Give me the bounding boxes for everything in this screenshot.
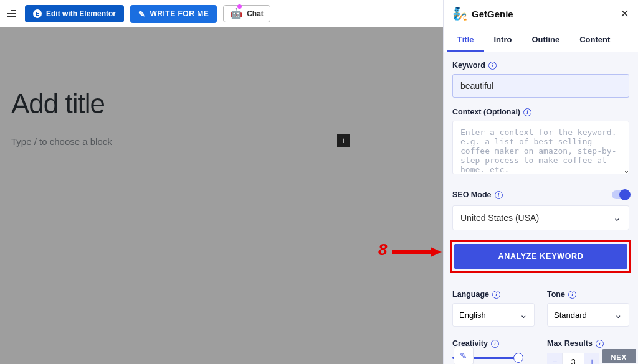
pen-icon: ✎	[138, 9, 146, 19]
title-placeholder: Add title	[11, 88, 105, 119]
tab-title[interactable]: Title	[447, 26, 484, 52]
seo-mode-toggle[interactable]	[612, 190, 629, 199]
getgenie-panel: 🧞 GetGenie ✕ Title Intro Outline Content…	[443, 0, 638, 364]
info-icon[interactable]: i	[492, 291, 500, 299]
context-textarea[interactable]	[452, 121, 629, 174]
panel-header: 🧞 GetGenie ✕	[444, 0, 638, 26]
chat-button[interactable]: 🤖 Chat	[223, 5, 270, 22]
info-icon[interactable]: i	[495, 191, 503, 199]
language-label: Language i	[452, 290, 535, 299]
increment-button[interactable]: +	[584, 353, 599, 364]
svg-marker-1	[431, 247, 442, 257]
tab-outline[interactable]: Outline	[521, 26, 569, 52]
tone-label: Tone i	[547, 290, 629, 299]
tone-select[interactable]: Standard ⌄	[547, 303, 629, 327]
info-icon[interactable]: i	[491, 340, 499, 348]
keyword-label: Keyword i	[452, 61, 629, 70]
context-label: Context (Optional) i	[452, 108, 629, 116]
max-results-label: Max Results i	[547, 339, 629, 348]
info-icon[interactable]: i	[596, 340, 604, 348]
brand: 🧞 GetGenie	[452, 6, 513, 21]
analyze-highlight: ANALYZE KEYWORD	[450, 240, 631, 273]
elementor-icon: E	[33, 9, 42, 18]
annotation-arrow-icon	[392, 247, 442, 257]
block-placeholder[interactable]: Type / to choose a block	[11, 136, 112, 147]
select-value: English	[459, 310, 486, 320]
edit-pen-button[interactable]: ✎	[454, 347, 474, 364]
editor-overlay: Add title Type / to choose a block +	[0, 27, 443, 364]
decrement-button[interactable]: −	[547, 353, 562, 364]
menu-icon[interactable]	[5, 6, 19, 21]
select-value: Standard	[554, 310, 587, 320]
chevron-down-icon: ⌄	[520, 309, 528, 320]
panel-body: Keyword i Context (Optional) i SEO Mode …	[444, 52, 638, 364]
analyze-keyword-button[interactable]: ANALYZE KEYWORD	[454, 244, 627, 269]
annotation-step-number: 8	[378, 240, 387, 259]
robot-icon: 🤖	[230, 9, 242, 19]
keyword-input[interactable]	[452, 74, 629, 98]
add-block-button[interactable]: +	[337, 134, 350, 147]
chevron-down-icon: ⌄	[614, 309, 622, 320]
button-label: Chat	[247, 9, 264, 18]
seo-mode-label: SEO Mode i	[452, 190, 503, 199]
button-label: Edit with Elementor	[46, 9, 116, 18]
panel-tabs: Title Intro Outline Content	[444, 26, 638, 52]
write-for-me-button[interactable]: ✎ WRITE FOR ME	[130, 5, 217, 23]
stepper-value: 3	[562, 353, 584, 364]
info-icon[interactable]: i	[523, 108, 531, 116]
post-title-input[interactable]: Add title	[11, 88, 105, 119]
toolbar: E Edit with Elementor ✎ WRITE FOR ME 🤖 C…	[0, 0, 443, 27]
next-button[interactable]: NEX	[602, 349, 636, 363]
country-select[interactable]: United States (USA) ⌄	[452, 205, 629, 230]
edit-elementor-button[interactable]: E Edit with Elementor	[25, 5, 124, 22]
tab-intro[interactable]: Intro	[484, 26, 522, 52]
select-value: United States (USA)	[460, 213, 539, 223]
close-icon[interactable]: ✕	[620, 7, 629, 21]
tab-content[interactable]: Content	[569, 26, 620, 52]
info-icon[interactable]: i	[568, 291, 576, 299]
language-select[interactable]: English ⌄	[452, 303, 535, 327]
button-label: WRITE FOR ME	[150, 9, 209, 18]
chevron-down-icon: ⌄	[613, 212, 621, 223]
genie-icon: 🧞	[452, 6, 468, 21]
info-icon[interactable]: i	[488, 62, 497, 70]
brand-name: GetGenie	[472, 9, 513, 19]
